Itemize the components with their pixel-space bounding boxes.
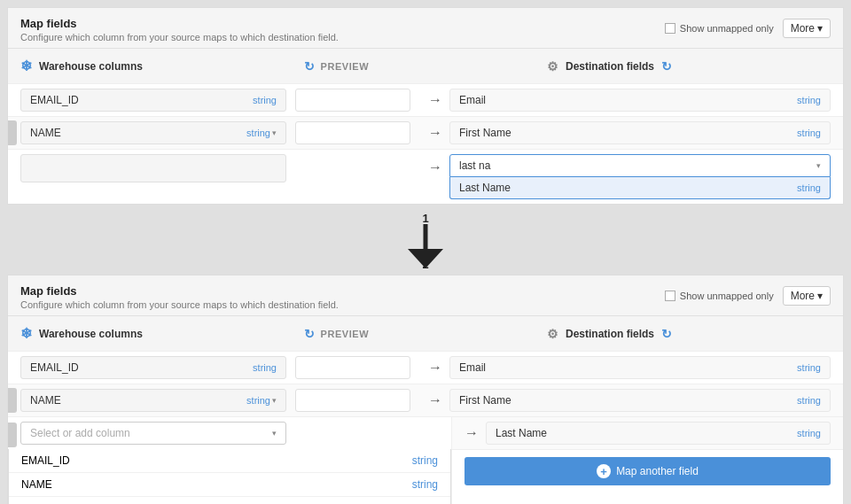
chevron-type-icon-2[interactable]: ▾	[272, 128, 277, 137]
p2-dest-area-1: → Email string	[428, 356, 831, 379]
more-button[interactable]: More ▾	[783, 19, 831, 38]
dest-search-dropdown-wrapper: last na ▾ Last Name string	[449, 154, 831, 199]
panel-2-subtitle: Configure which column from your source …	[20, 299, 339, 310]
p2-warehouse-field-type-1: string	[253, 362, 277, 373]
dropdown-item-phone[interactable]: PHONE string	[9, 497, 450, 504]
p2-warehouse-field-type-2: string	[246, 395, 270, 406]
chevron-down-icon: ▾	[817, 22, 823, 35]
p2-warehouse-field-name-1: EMAIL_ID	[30, 361, 79, 374]
destination-label: Destination fields	[566, 60, 654, 73]
chevron-search-icon: ▾	[816, 161, 821, 170]
dropdown-item-name[interactable]: NAME string	[9, 473, 450, 497]
refresh-icon-dest-1[interactable]: ↻	[661, 59, 672, 74]
p2-dest-area-2: → First Name string	[428, 389, 831, 412]
warehouse-field-name-1: EMAIL_ID	[30, 94, 79, 106]
dest-field-2: First Name string	[449, 121, 831, 144]
refresh-icon-dest-2[interactable]: ↻	[661, 327, 672, 341]
p2-dest-field-type-3: string	[797, 428, 821, 438]
warehouse-field-name-2: NAME	[30, 127, 61, 139]
dest-field-name-1: Email	[459, 94, 486, 106]
columns-header-1: ❄ Warehouse columns ↻ PREVIEW ⚙ Destinat…	[8, 49, 843, 83]
destination-col-header-2: ⚙ Destination fields ↻	[547, 327, 831, 341]
map-another-label: Map another field	[616, 465, 699, 477]
columns-header-2: ❄ Warehouse columns ↻ PREVIEW ⚙ Destinat…	[8, 316, 843, 351]
destination-label-2: Destination fields	[566, 328, 654, 340]
dest-dropdown-type: string	[797, 182, 821, 193]
panel-2: Map fields Configure which column from y…	[7, 275, 844, 504]
more-button-2[interactable]: More ▾	[783, 286, 831, 306]
p2-chevron-type-icon-2[interactable]: ▾	[272, 396, 277, 405]
field-row-1: EMAIL_ID string → Email string	[8, 83, 843, 116]
chevron-down-icon-2: ▾	[817, 290, 823, 302]
panel-1-header-right: Show unmapped only More ▾	[665, 19, 831, 38]
drag-handle-2[interactable]	[8, 120, 17, 145]
show-unmapped-label: Show unmapped only	[680, 23, 774, 34]
preview-label-2: PREVIEW	[321, 329, 370, 339]
p2-arrow-connector-2: →	[428, 392, 442, 408]
dest-dropdown-item[interactable]: Last Name string	[449, 177, 831, 199]
field-row-2: NAME string ▾ → First Name string	[8, 116, 843, 149]
p2-dest-field-2: First Name string	[449, 389, 831, 412]
p2-preview-box-1	[295, 356, 428, 379]
show-unmapped-toggle-2[interactable]: Show unmapped only	[665, 291, 774, 301]
map-another-button[interactable]: + Map another field	[465, 457, 831, 485]
dest-field-name-2: First Name	[459, 127, 511, 139]
dropdown-item-email-name: EMAIL_ID	[21, 454, 70, 467]
panel-2-header-right: Show unmapped only More ▾	[665, 286, 831, 306]
dest-dropdown-name: Last Name	[459, 182, 511, 194]
dest-search-row: → last na ▾ Last Name string	[8, 149, 843, 204]
dropdown-item-email[interactable]: EMAIL_ID string	[9, 449, 450, 473]
show-unmapped-checkbox-2[interactable]	[665, 291, 675, 301]
p2-preview-input-1	[295, 356, 410, 379]
p2-dest-field-name-2: First Name	[459, 394, 511, 407]
p2-arrow-connector-1: →	[428, 360, 442, 376]
map-another-plus-icon: +	[597, 464, 611, 478]
show-unmapped-checkbox[interactable]	[665, 23, 675, 34]
p2-select-row: Select or add column ▾	[8, 417, 451, 449]
dropdown-item-name-name: NAME	[21, 478, 52, 491]
dropdown-item-email-type: string	[412, 454, 438, 467]
preview-box-2	[295, 121, 428, 144]
warehouse-col-header-2: ❄ Warehouse columns	[20, 325, 304, 342]
p2-dest-field-name-1: Email	[459, 361, 486, 374]
snowflake-icon: ❄	[20, 58, 32, 74]
p2-drag-handle-2[interactable]	[8, 388, 17, 413]
dest-search-area: → last na ▾ Last Name string	[428, 154, 831, 199]
p2-last-name-row: → Last Name string	[451, 417, 843, 449]
destination-icon-2: ⚙	[547, 327, 558, 341]
warehouse-label-2: Warehouse columns	[39, 328, 143, 340]
p2-drag-handle-3[interactable]	[8, 423, 17, 447]
destination-icon: ⚙	[547, 59, 558, 74]
dest-search-input[interactable]: last na ▾	[449, 154, 831, 177]
preview-input-2	[295, 121, 410, 144]
step-1-label: 1	[422, 212, 428, 225]
p2-dest-field-3: Last Name string	[486, 422, 831, 445]
preview-label: PREVIEW	[321, 61, 370, 72]
preview-col-header-2: ↻ PREVIEW	[304, 327, 446, 341]
dest-field-1: Email string	[449, 89, 831, 112]
more-label: More	[791, 22, 815, 35]
p2-select-chevron-icon: ▾	[272, 429, 277, 438]
warehouse-field-type-2: string	[246, 128, 270, 138]
panel-2-title: Map fields	[20, 284, 339, 298]
panel-1-header-left: Map fields Configure which column from y…	[20, 17, 339, 43]
show-unmapped-toggle[interactable]: Show unmapped only	[665, 23, 774, 34]
refresh-icon-2[interactable]: ↻	[304, 327, 316, 341]
snowflake-icon-2: ❄	[20, 325, 32, 342]
warehouse-field-type-1: string	[253, 95, 277, 105]
p2-select-field[interactable]: Select or add column ▾	[20, 422, 286, 445]
warehouse-label: Warehouse columns	[39, 60, 143, 73]
p2-field-row-2: NAME string ▾ → First Name string	[8, 384, 843, 416]
dest-field-type-1: string	[797, 95, 821, 105]
p2-field-row-1: EMAIL_ID string → Email string	[8, 351, 843, 384]
panel-1-title: Map fields	[20, 17, 339, 30]
p2-preview-input-2	[295, 389, 410, 412]
p2-dropdown-list: EMAIL_ID string NAME string PHONE string	[8, 449, 451, 504]
panel-2-header: Map fields Configure which column from y…	[8, 275, 843, 316]
p2-dest-field-1: Email string	[449, 356, 831, 379]
panel-2-body: ❄ Warehouse columns ↻ PREVIEW ⚙ Destinat…	[8, 316, 843, 504]
step-2-label: 2	[422, 258, 428, 271]
refresh-icon-1[interactable]: ↻	[304, 59, 316, 74]
p2-preview-box-2	[295, 389, 428, 412]
p2-dest-field-name-3: Last Name	[496, 427, 547, 439]
